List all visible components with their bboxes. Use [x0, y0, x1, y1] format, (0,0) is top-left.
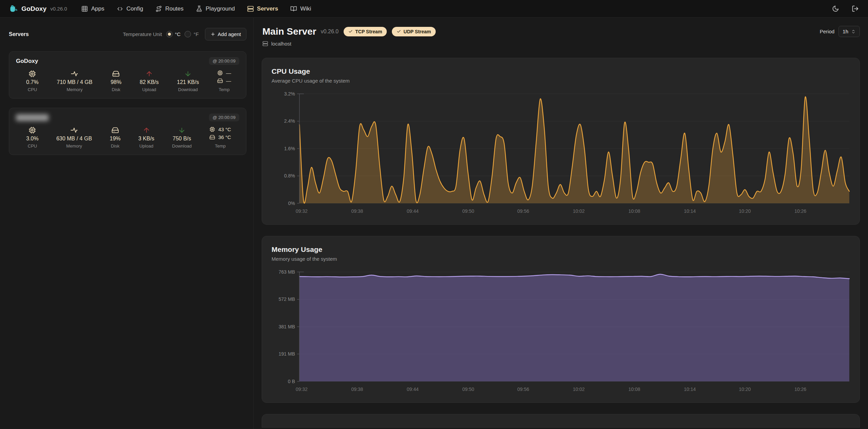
sidebar-title: Servers	[9, 31, 29, 37]
svg-text:10:02: 10:02	[573, 208, 585, 214]
svg-text:10:14: 10:14	[684, 387, 696, 392]
svg-text:0.8%: 0.8%	[284, 173, 295, 178]
svg-text:2.4%: 2.4%	[284, 118, 295, 124]
svg-text:763 MB: 763 MB	[279, 269, 295, 275]
grid-icon	[81, 5, 88, 12]
check-icon	[348, 29, 353, 34]
memory-chart-title: Memory Usage	[272, 245, 850, 254]
arrow-up-icon	[143, 126, 150, 134]
server-icon	[247, 5, 254, 12]
svg-text:1.6%: 1.6%	[284, 146, 295, 151]
chevrons-up-down-icon	[851, 29, 856, 34]
stat-disk: 19%Disk	[110, 126, 121, 149]
nav-item-config[interactable]: Config	[117, 5, 143, 12]
stat-memory: 710 MB / 4 GBMemory	[57, 70, 92, 92]
page-title: Main Server	[262, 26, 316, 37]
svg-text:3.2%: 3.2%	[284, 91, 295, 97]
stat-download: 121 KB/sDownload	[177, 70, 199, 92]
stat-cpu: 3.0%CPU	[26, 126, 38, 149]
harddrive-icon	[112, 70, 120, 78]
book-icon	[290, 5, 297, 12]
svg-text:572 MB: 572 MB	[279, 296, 295, 302]
host-name: localhost	[271, 41, 291, 47]
plus-icon	[210, 32, 215, 37]
server-list: GoDoxy@ 20:00:090.7%CPU710 MB / 4 GBMemo…	[0, 45, 253, 155]
nav-item-playground[interactable]: Playground	[196, 5, 235, 12]
dark-mode-toggle[interactable]	[831, 5, 839, 13]
stat-disk: 98%Disk	[110, 70, 121, 92]
svg-text:09:56: 09:56	[517, 387, 529, 392]
server-name: GoDoxy	[16, 58, 38, 65]
svg-text:09:38: 09:38	[351, 208, 363, 214]
svg-text:09:32: 09:32	[296, 387, 308, 392]
stat-cpu: 0.7%CPU	[26, 70, 38, 92]
activity-icon	[71, 70, 78, 78]
stat-memory: 630 MB / 4 GBMemory	[56, 126, 92, 149]
svg-text:10:26: 10:26	[794, 387, 806, 392]
tcp-stream-badge: TCP Stream	[344, 27, 387, 36]
svg-text:10:26: 10:26	[794, 208, 806, 214]
nav-item-wiki[interactable]: Wiki	[290, 5, 311, 12]
harddrive-icon	[111, 126, 119, 134]
harddrive-icon	[217, 78, 223, 84]
stat-temp: 43 °C36 °CTemp	[209, 126, 231, 149]
flask-icon	[196, 5, 203, 12]
check-icon	[397, 29, 401, 34]
brand-name: GoDoxy	[21, 5, 47, 13]
fahrenheit-radio[interactable]: °F	[185, 31, 198, 37]
nav-item-servers[interactable]: Servers	[247, 5, 278, 12]
memory-chart-subtitle: Memory usage of the system	[272, 256, 850, 262]
arrow-down-icon	[184, 70, 192, 78]
cpu-icon	[217, 70, 223, 76]
svg-text:09:38: 09:38	[351, 387, 363, 392]
svg-text:09:44: 09:44	[407, 208, 419, 214]
cpu-chart-subtitle: Average CPU usage of the system	[272, 78, 850, 84]
servers-sidebar: Servers Temperature Unit °C °F Add agent…	[0, 18, 254, 429]
top-navbar: GoDoxy v0.26.0 AppsConfigRoutesPlaygroun…	[0, 0, 868, 18]
svg-text:09:50: 09:50	[462, 208, 474, 214]
svg-text:191 MB: 191 MB	[279, 351, 295, 357]
godoxy-logo-icon	[9, 4, 18, 13]
cpu-icon	[209, 126, 215, 132]
svg-text:10:14: 10:14	[684, 208, 696, 214]
nav-item-routes[interactable]: Routes	[155, 5, 184, 12]
main-nav: AppsConfigRoutesPlaygroundServersWiki	[81, 5, 311, 12]
activity-icon	[70, 126, 78, 134]
last-updated-badge: @ 20:00:09	[209, 57, 239, 65]
server-card[interactable]: GoDoxy@ 20:00:090.7%CPU710 MB / 4 GBMemo…	[9, 51, 246, 99]
svg-text:10:08: 10:08	[628, 387, 640, 392]
cpu-icon	[29, 126, 36, 134]
svg-text:10:02: 10:02	[573, 387, 585, 392]
period-label: Period	[820, 29, 834, 34]
temperature-unit-label: Temperature Unit	[123, 31, 162, 37]
code-icon	[117, 5, 123, 12]
celsius-radio[interactable]: °C	[166, 31, 181, 37]
svg-text:09:44: 09:44	[407, 387, 419, 392]
server-version: v0.26.0	[321, 29, 338, 35]
svg-text:10:20: 10:20	[739, 387, 751, 392]
add-agent-button[interactable]: Add agent	[205, 28, 246, 40]
main-content: Main Server v0.26.0 TCP Stream UDP Strea…	[254, 18, 868, 429]
route-icon	[155, 5, 162, 12]
cpu-chart-title: CPU Usage	[272, 67, 850, 75]
memory-usage-chart: 763 MB572 MB381 MB191 MB0 B09:3209:3809:…	[272, 269, 850, 395]
cpu-icon	[29, 70, 36, 78]
radio-circle-icon	[185, 31, 191, 37]
celsius-label: °C	[175, 31, 181, 37]
brand-version: v0.26.0	[50, 6, 67, 12]
moon-icon	[832, 5, 839, 12]
server-name-redacted	[16, 114, 49, 121]
udp-stream-badge: UDP Stream	[392, 27, 436, 36]
next-chart-card-peek	[262, 414, 860, 428]
period-select[interactable]: 1h	[838, 26, 860, 37]
cpu-usage-chart: 3.2%2.4%1.6%0.8%0%09:3209:3809:4409:5009…	[272, 91, 850, 217]
server-card[interactable]: @ 20:00:093.0%CPU630 MB / 4 GBMemory19%D…	[9, 108, 246, 155]
logout-icon	[852, 5, 859, 12]
cpu-usage-card: CPU Usage Average CPU usage of the syste…	[262, 58, 860, 225]
nav-item-apps[interactable]: Apps	[81, 5, 104, 12]
logout-button[interactable]	[851, 5, 859, 13]
server-stack-icon	[262, 41, 268, 47]
stat-upload: 82 KB/sUpload	[140, 70, 159, 92]
fahrenheit-label: °F	[193, 31, 198, 37]
memory-usage-card: Memory Usage Memory usage of the system …	[262, 236, 860, 403]
